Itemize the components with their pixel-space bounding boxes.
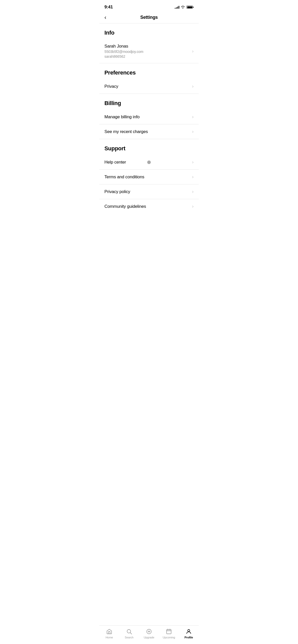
help-center-label: Help center bbox=[104, 160, 126, 165]
chevron-right-icon: › bbox=[192, 84, 194, 89]
chevron-right-icon: › bbox=[192, 129, 194, 134]
support-section-title: Support bbox=[104, 145, 125, 152]
billing-section-title: Billing bbox=[104, 100, 121, 106]
preferences-section-header: Preferences bbox=[99, 63, 199, 79]
user-profile-item[interactable]: Sarah Jonas 5503b5f2@moodjoy.com sarah86… bbox=[99, 39, 199, 63]
user-email: 5503b5f2@moodjoy.com bbox=[104, 50, 143, 54]
info-section-title: Info bbox=[104, 30, 114, 36]
status-bar: 9:41 bbox=[99, 0, 199, 13]
privacy-item[interactable]: Privacy › bbox=[99, 79, 199, 94]
terms-label: Terms and conditions bbox=[104, 174, 144, 180]
settings-content: Info Sarah Jonas 5503b5f2@moodjoy.com sa… bbox=[99, 23, 199, 214]
user-name: Sarah Jonas bbox=[104, 44, 143, 49]
privacy-policy-item[interactable]: Privacy policy › bbox=[99, 184, 199, 199]
terms-item[interactable]: Terms and conditions › bbox=[99, 170, 199, 184]
info-section-header: Info bbox=[99, 23, 199, 39]
chevron-right-icon: › bbox=[192, 114, 194, 120]
signal-icon bbox=[175, 6, 179, 9]
status-time: 9:41 bbox=[104, 5, 113, 10]
user-username: sarah866562 bbox=[104, 54, 143, 58]
support-section-header: Support bbox=[99, 139, 199, 155]
page-title: Settings bbox=[140, 15, 158, 20]
wifi-icon bbox=[181, 6, 185, 9]
help-center-item[interactable]: Help center › bbox=[99, 155, 199, 170]
notification-dot bbox=[147, 160, 151, 164]
back-button[interactable]: ‹ bbox=[104, 15, 106, 20]
recent-charges-label: See my recent charges bbox=[104, 129, 148, 134]
chevron-right-icon: › bbox=[192, 204, 194, 209]
billing-section-header: Billing bbox=[99, 94, 199, 110]
user-profile-content: Sarah Jonas 5503b5f2@moodjoy.com sarah86… bbox=[104, 44, 143, 58]
privacy-label: Privacy bbox=[104, 84, 118, 89]
chevron-right-icon: › bbox=[192, 159, 194, 165]
privacy-policy-label: Privacy policy bbox=[104, 189, 130, 194]
preferences-section-title: Preferences bbox=[104, 69, 136, 76]
community-guidelines-item[interactable]: Community guidelines › bbox=[99, 199, 199, 214]
recent-charges-item[interactable]: See my recent charges › bbox=[99, 124, 199, 139]
manage-billing-item[interactable]: Manage billing info › bbox=[99, 110, 199, 124]
chevron-right-icon: › bbox=[192, 174, 194, 180]
battery-icon bbox=[186, 6, 194, 9]
manage-billing-label: Manage billing info bbox=[104, 114, 140, 120]
status-icons bbox=[175, 6, 194, 9]
community-guidelines-label: Community guidelines bbox=[104, 204, 146, 209]
chevron-right-icon: › bbox=[192, 49, 194, 54]
nav-header: ‹ Settings bbox=[99, 13, 199, 23]
chevron-right-icon: › bbox=[192, 189, 194, 194]
